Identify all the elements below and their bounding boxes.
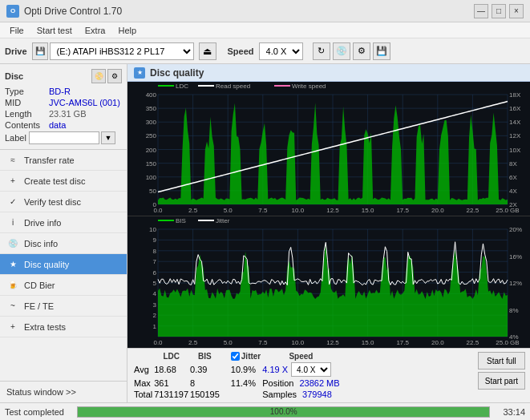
speed-select[interactable]: 4.0 X: [259, 42, 303, 60]
avg-label: Avg: [134, 362, 152, 377]
max-bis: 8: [190, 378, 220, 388]
verify-test-disc-icon: ✓: [6, 196, 19, 208]
fe-te-icon: ~: [6, 300, 19, 313]
jitter-checkbox[interactable]: [231, 352, 240, 361]
nav-disc-info[interactable]: 💿 Disc info: [0, 233, 127, 254]
drive-toolbar: ↻ 💿 ⚙ 💾: [313, 42, 390, 60]
position-row: Position 23862 MB: [262, 378, 339, 388]
label-label: Label: [5, 133, 29, 143]
nav-transfer-rate[interactable]: ≈ Transfer rate: [0, 150, 127, 171]
speed-val: 4.19 X: [262, 365, 288, 374]
menubar: File Start test Extra Help: [0, 22, 530, 38]
drive-select[interactable]: (E:) ATAPI iHBS312 2 PL17: [50, 42, 194, 60]
settings-button[interactable]: ⚙: [353, 42, 370, 60]
length-label: Length: [5, 109, 49, 119]
verify-test-disc-label: Verify test disc: [24, 197, 81, 207]
status-section: Status window >>: [0, 381, 127, 402]
time-text: 33:14: [503, 407, 525, 417]
samples-row: Samples 379948: [262, 390, 339, 399]
max-ldc: 361: [154, 378, 188, 388]
drive-label: Drive: [5, 46, 27, 56]
minimize-button[interactable]: —: [474, 4, 488, 18]
content-title: Disc quality: [150, 67, 204, 79]
disc-info-label: Disc info: [24, 239, 58, 248]
sidebar: Disc 📀 ⚙ Type BD-R MID JVC-AMS6L (001) L…: [0, 64, 127, 402]
menu-start-test[interactable]: Start test: [30, 24, 79, 37]
ldc-header: LDC: [154, 352, 188, 361]
progress-bar-container: 100.0%: [77, 406, 490, 418]
jitter-label: Jitter: [241, 352, 261, 361]
contents-label: Contents: [5, 120, 49, 130]
transfer-rate-icon: ≈: [6, 154, 19, 167]
extra-tests-label: Extra tests: [24, 322, 66, 332]
content-header: ★ Disc quality: [127, 64, 530, 82]
disc-quality-label: Disc quality: [24, 260, 69, 269]
stats-table: LDC BIS Jitter Speed Avg 18.: [132, 350, 342, 401]
samples-value: 379948: [302, 390, 332, 399]
disc-icon-1[interactable]: 📀: [91, 69, 106, 83]
max-label: Max: [134, 378, 152, 388]
window-controls: — □ ×: [474, 4, 524, 18]
status-text: Test completed: [5, 407, 64, 417]
total-ldc: 7131197: [154, 390, 188, 399]
position-value: 23862 MB: [299, 378, 339, 388]
titlebar: O Opti Drive Control 1.70 — □ ×: [0, 0, 530, 22]
disc-quality-icon: ★: [6, 258, 19, 271]
nav-disc-quality[interactable]: ★ Disc quality: [0, 254, 127, 275]
speed-label: Speed: [228, 46, 254, 56]
app-icon: O: [6, 5, 19, 18]
nav-cd-bier[interactable]: 🍺 CD Bier: [0, 275, 127, 296]
nav-items: ≈ Transfer rate + Create test disc ✓ Ver…: [0, 150, 127, 381]
total-label: Total: [134, 390, 152, 399]
menu-extra[interactable]: Extra: [79, 24, 112, 37]
chart1-container: [127, 82, 530, 216]
status-window-button[interactable]: Status window >>: [0, 382, 127, 402]
nav-verify-test-disc[interactable]: ✓ Verify test disc: [0, 192, 127, 212]
stats-bar: LDC BIS Jitter Speed Avg 18.: [127, 348, 530, 402]
drivebar: Drive 💾 (E:) ATAPI iHBS312 2 PL17 ⏏ Spee…: [0, 38, 530, 64]
disc-section: Disc 📀 ⚙ Type BD-R MID JVC-AMS6L (001) L…: [0, 64, 127, 150]
speed-select-small[interactable]: 4.0 X: [291, 362, 331, 377]
label-input[interactable]: [29, 131, 99, 144]
start-full-button[interactable]: Start full: [478, 352, 525, 370]
nav-create-test-disc[interactable]: + Create test disc: [0, 171, 127, 192]
menu-file[interactable]: File: [3, 24, 30, 37]
drive-icon: 💾: [32, 42, 48, 60]
max-jitter: 11.4%: [231, 378, 261, 388]
position-label: Position: [262, 378, 293, 388]
fe-te-label: FE / TE: [24, 301, 54, 311]
eject-button[interactable]: ⏏: [199, 42, 216, 60]
app-title: Opti Drive Control 1.70: [24, 6, 474, 17]
maximize-button[interactable]: □: [492, 4, 506, 18]
nav-drive-info[interactable]: i Drive info: [0, 212, 127, 233]
mid-label: MID: [5, 98, 49, 107]
length-value: 23.31 GB: [49, 109, 86, 119]
cd-bier-icon: 🍺: [6, 279, 19, 292]
start-part-button[interactable]: Start part: [478, 372, 525, 390]
create-test-disc-icon: +: [6, 175, 19, 188]
transfer-rate-label: Transfer rate: [24, 155, 75, 165]
menu-help[interactable]: Help: [111, 24, 143, 37]
refresh-button[interactable]: ↻: [313, 42, 330, 60]
type-value: BD-R: [49, 87, 71, 96]
mid-value: JVC-AMS6L (001): [49, 98, 120, 107]
disc-button[interactable]: 💿: [333, 42, 350, 60]
start-buttons: Start full Start part: [478, 352, 525, 390]
chart2-canvas: [127, 216, 530, 348]
content-area: ★ Disc quality LDC BIS: [127, 64, 530, 402]
speed-header: Speed: [262, 352, 339, 361]
disc-section-title: Disc: [5, 71, 23, 81]
avg-jitter: 10.9%: [231, 362, 261, 377]
type-label: Type: [5, 87, 49, 96]
drive-info-label: Drive info: [24, 218, 61, 228]
label-btn[interactable]: ▼: [101, 131, 115, 144]
avg-bis: 0.39: [190, 362, 220, 377]
nav-fe-te[interactable]: ~ FE / TE: [0, 296, 127, 317]
close-button[interactable]: ×: [509, 4, 524, 18]
status-window-label: Status window >>: [6, 387, 76, 397]
nav-extra-tests[interactable]: + Extra tests: [0, 317, 127, 337]
disc-icon-2[interactable]: ⚙: [107, 69, 122, 83]
save-button[interactable]: 💾: [373, 42, 390, 60]
total-bis: 150195: [190, 390, 220, 399]
avg-ldc: 18.68: [154, 362, 188, 377]
